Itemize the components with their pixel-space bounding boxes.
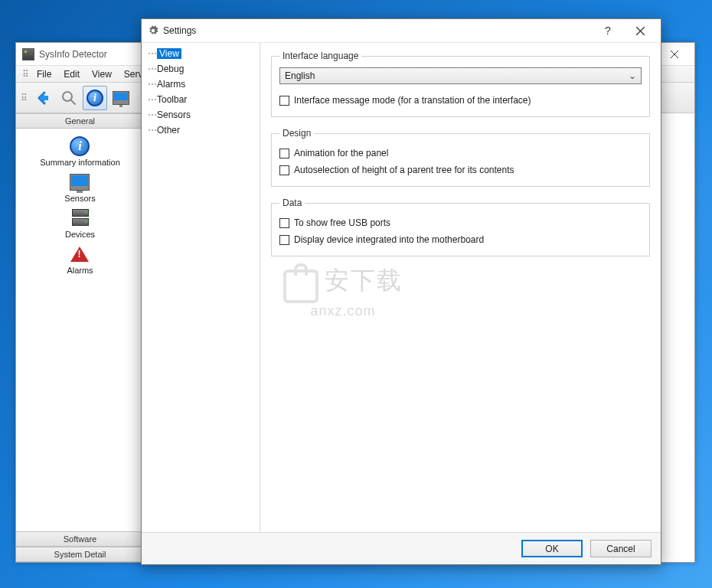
alarm-icon — [70, 247, 89, 262]
checkbox-motherboard[interactable]: Display device integrated into the mothe… — [279, 231, 642, 248]
monitor-icon — [70, 174, 90, 191]
search-button[interactable] — [57, 86, 81, 110]
sidebar-item-summary[interactable]: i Summary information — [40, 136, 120, 167]
checkbox-message-mode[interactable]: Interface message mode (for a transtatio… — [279, 92, 642, 109]
menu-file[interactable]: File — [31, 67, 57, 81]
sidebar-item-devices[interactable]: Devices — [65, 207, 95, 239]
group-data: Data To show free USB ports Display devi… — [271, 198, 650, 256]
checkbox-icon — [279, 235, 289, 245]
menu-grip: ⠿ — [22, 69, 28, 80]
settings-tree: ⋯View ⋯Debug ⋯Alarms ⋯Toolbar ⋯Sensors ⋯… — [142, 43, 260, 532]
settings-dialog: Settings ? ⋯View ⋯Debug ⋯Alarms ⋯Toolbar… — [141, 18, 661, 565]
language-select[interactable]: English ⌄ — [279, 67, 642, 84]
tree-toolbar[interactable]: ⋯Toolbar — [142, 92, 260, 107]
checkbox-animation[interactable]: Animation for the panel — [279, 145, 642, 162]
tree-alarms[interactable]: ⋯Alarms — [142, 77, 260, 92]
chevron-down-icon: ⌄ — [629, 70, 636, 81]
tree-other[interactable]: ⋯Other — [142, 122, 260, 138]
sidebar: General i Summary information Sensors De… — [16, 113, 145, 562]
gear-icon — [148, 25, 158, 36]
checkbox-autoselection[interactable]: Autoselection of height of a parent tree… — [279, 162, 642, 178]
group-interface-language: Interface language English ⌄ Interface m… — [271, 51, 650, 117]
app-title: SysInfo Detector — [39, 49, 107, 60]
category-system-detail[interactable]: System Detail — [16, 547, 144, 562]
settings-content: Interface language English ⌄ Interface m… — [260, 43, 661, 532]
close-button[interactable] — [657, 44, 691, 65]
dialog-close-button[interactable] — [623, 20, 658, 41]
back-button[interactable] — [31, 86, 55, 110]
dialog-title: Settings — [163, 25, 196, 36]
devices-icon — [72, 209, 89, 227]
menu-edit[interactable]: Edit — [57, 67, 86, 81]
toolbar-grip: ⠿ — [21, 93, 26, 103]
svg-point-1 — [63, 92, 72, 101]
dialog-footer: OK Cancel — [142, 532, 661, 564]
checkbox-icon — [279, 218, 289, 228]
monitor-button[interactable] — [109, 86, 133, 110]
ok-button[interactable]: OK — [521, 540, 583, 557]
category-software[interactable]: Software — [16, 531, 144, 547]
checkbox-icon — [279, 149, 289, 158]
checkbox-icon — [279, 165, 289, 175]
sidebar-item-alarms[interactable]: Alarms — [67, 243, 93, 275]
checkbox-usb-ports[interactable]: To show free USB ports — [279, 214, 642, 231]
tree-view[interactable]: ⋯View — [142, 46, 260, 61]
info-icon: i — [70, 136, 90, 156]
info-button[interactable]: i — [83, 86, 107, 110]
sidebar-item-sensors[interactable]: Sensors — [64, 172, 95, 203]
language-value: English — [285, 70, 315, 81]
checkbox-icon — [279, 96, 289, 106]
help-button[interactable]: ? — [593, 24, 623, 37]
app-icon — [22, 48, 34, 60]
tree-debug[interactable]: ⋯Debug — [142, 61, 260, 77]
tree-sensors[interactable]: ⋯Sensors — [142, 107, 260, 122]
menu-view[interactable]: View — [86, 67, 118, 81]
group-design: Design Animation for the panel Autoselec… — [271, 128, 650, 187]
cancel-button[interactable]: Cancel — [590, 540, 652, 557]
dialog-titlebar: Settings ? — [142, 19, 661, 42]
category-general[interactable]: General — [16, 113, 144, 129]
